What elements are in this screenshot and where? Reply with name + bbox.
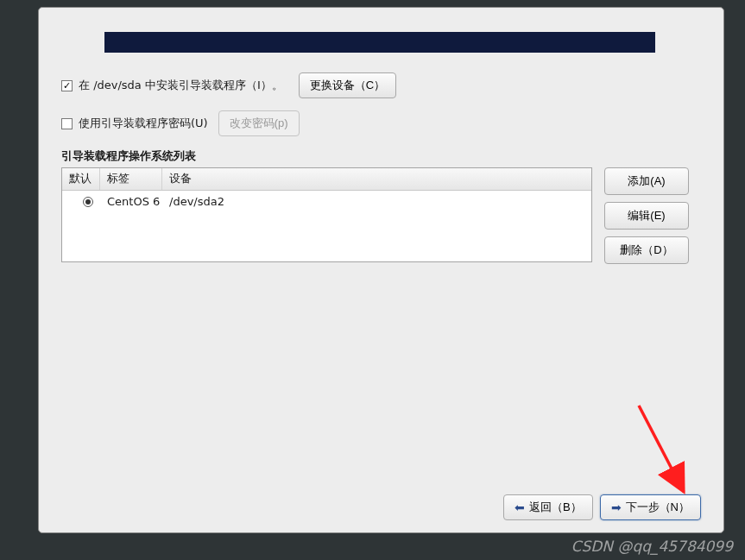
table-row[interactable]: CentOS 6 /dev/sda2: [62, 191, 591, 212]
th-device[interactable]: 设备: [162, 168, 591, 190]
back-button[interactable]: ⬅ 返回（B）: [503, 494, 593, 520]
change-password-button: 改变密码(p): [218, 110, 300, 136]
arrow-left-icon: ⬅: [515, 501, 525, 513]
arrow-right-icon: ➡: [611, 501, 622, 513]
os-table: 默认 标签 设备 CentOS 6 /dev/sda2: [61, 167, 592, 262]
use-password-label: 使用引导装载程序密码(U): [79, 116, 208, 131]
installer-window: 在 /dev/sda 中安装引导装载程序（I）。 更换设备（C） 使用引导装载程…: [38, 7, 724, 533]
use-password-checkbox[interactable]: [61, 118, 73, 129]
th-default[interactable]: 默认: [62, 168, 100, 190]
edit-label: 编辑(E): [628, 208, 665, 223]
back-label: 返回（B）: [529, 500, 582, 515]
edit-button[interactable]: 编辑(E): [604, 202, 689, 230]
table-wrap: 默认 标签 设备 CentOS 6 /dev/sda2 添加(A) 编辑: [61, 167, 701, 264]
watermark-text: CSDN @qq_45784099: [571, 538, 733, 555]
install-bootloader-checkbox[interactable]: [61, 80, 73, 91]
table-header: 默认 标签 设备: [62, 168, 591, 191]
delete-button[interactable]: 删除（D）: [604, 236, 689, 264]
row-label-cell: CentOS 6: [107, 195, 169, 208]
default-radio[interactable]: [83, 197, 93, 207]
os-list-title: 引导装载程序操作系统列表: [61, 148, 701, 164]
side-buttons: 添加(A) 编辑(E) 删除（D）: [604, 167, 689, 264]
change-device-button[interactable]: 更换设备（C）: [299, 72, 396, 98]
th-label[interactable]: 标签: [100, 168, 162, 190]
install-bootloader-row: 在 /dev/sda 中安装引导装载程序（I）。 更换设备（C）: [61, 72, 701, 98]
install-bootloader-label: 在 /dev/sda 中安装引导装载程序（I）。: [79, 78, 283, 93]
add-label: 添加(A): [628, 173, 665, 189]
change-device-label: 更换设备（C）: [310, 78, 385, 93]
change-password-label: 改变密码(p): [230, 116, 288, 131]
content-area: 在 /dev/sda 中安装引导装载程序（I）。 更换设备（C） 使用引导装载程…: [61, 72, 701, 264]
add-button[interactable]: 添加(A): [604, 167, 689, 195]
row-default-cell: [69, 197, 107, 207]
footer-buttons: ⬅ 返回（B） ➡ 下一步（N）: [503, 494, 701, 520]
password-row: 使用引导装载程序密码(U) 改变密码(p): [61, 110, 701, 136]
delete-label: 删除（D）: [620, 242, 672, 258]
next-label: 下一步（N）: [626, 500, 690, 515]
row-device-cell: /dev/sda2: [169, 195, 584, 208]
header-banner: [104, 32, 655, 53]
next-button[interactable]: ➡ 下一步（N）: [600, 494, 701, 520]
